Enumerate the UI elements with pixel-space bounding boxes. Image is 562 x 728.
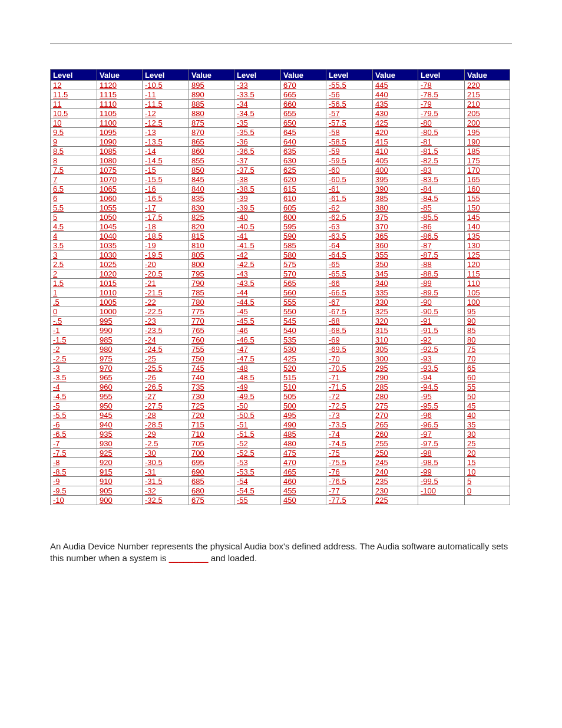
level-link[interactable]: -90 xyxy=(421,298,432,307)
value-link[interactable]: 540 xyxy=(283,326,296,335)
level-link[interactable]: 7 xyxy=(53,175,57,184)
level-link[interactable]: -32 xyxy=(145,486,156,495)
level-link[interactable]: -21.5 xyxy=(145,288,163,297)
level-link[interactable]: -34.5 xyxy=(237,109,254,118)
level-link[interactable]: -78.5 xyxy=(421,90,438,99)
level-link[interactable]: -70.5 xyxy=(329,364,346,373)
level-link[interactable]: -48 xyxy=(237,364,248,373)
level-link[interactable]: 9 xyxy=(53,137,57,146)
value-link[interactable]: 900 xyxy=(100,496,113,505)
level-link[interactable]: 4 xyxy=(53,232,57,241)
value-link[interactable]: 345 xyxy=(375,269,388,278)
level-link[interactable]: -67.5 xyxy=(329,307,346,316)
value-link[interactable]: 1065 xyxy=(100,185,117,193)
level-link[interactable]: -90.5 xyxy=(421,307,438,316)
level-link[interactable]: -13.5 xyxy=(145,137,163,146)
level-link[interactable]: -20 xyxy=(145,260,156,269)
level-link[interactable]: -75.5 xyxy=(329,458,346,467)
value-link[interactable]: 380 xyxy=(375,203,388,212)
level-link[interactable]: -16.5 xyxy=(145,194,163,203)
level-link[interactable]: -96.5 xyxy=(421,420,438,429)
value-link[interactable]: 155 xyxy=(467,194,480,203)
level-link[interactable]: -26 xyxy=(145,373,156,382)
value-link[interactable]: 220 xyxy=(467,81,480,90)
value-link[interactable]: 630 xyxy=(283,156,296,165)
level-link[interactable]: -36.5 xyxy=(237,147,254,156)
level-link[interactable]: -31 xyxy=(145,467,156,476)
value-link[interactable]: 960 xyxy=(100,383,113,391)
value-link[interactable]: 455 xyxy=(283,486,296,495)
value-link[interactable]: 975 xyxy=(100,354,113,363)
value-link[interactable]: 70 xyxy=(467,354,475,363)
value-link[interactable]: 595 xyxy=(283,222,296,231)
value-link[interactable]: 620 xyxy=(283,175,296,184)
level-link[interactable]: -98.5 xyxy=(421,458,438,467)
level-link[interactable]: -3.5 xyxy=(53,373,66,382)
level-link[interactable]: -91 xyxy=(421,317,432,325)
level-link[interactable]: -98 xyxy=(421,449,432,457)
level-link[interactable]: -78 xyxy=(421,81,432,90)
level-link[interactable]: -49.5 xyxy=(237,392,254,401)
level-link[interactable]: -40 xyxy=(237,213,248,222)
value-link[interactable]: 1075 xyxy=(100,166,117,174)
value-link[interactable]: 320 xyxy=(375,317,388,325)
level-link[interactable]: -91.5 xyxy=(421,326,438,335)
level-link[interactable]: 2.5 xyxy=(53,260,64,269)
level-link[interactable]: -87 xyxy=(421,241,432,250)
level-link[interactable]: -35 xyxy=(237,118,248,127)
level-link[interactable]: -10 xyxy=(53,496,64,505)
level-link[interactable]: -43.5 xyxy=(237,279,254,288)
level-link[interactable]: -75 xyxy=(329,449,340,457)
value-link[interactable]: 35 xyxy=(467,420,475,429)
level-link[interactable]: -6.5 xyxy=(53,430,66,439)
value-link[interactable]: 235 xyxy=(375,477,388,486)
value-link[interactable]: 110 xyxy=(467,279,480,288)
value-link[interactable]: 460 xyxy=(283,477,296,486)
level-link[interactable]: -6 xyxy=(53,420,60,429)
level-link[interactable]: -83 xyxy=(421,166,432,174)
value-link[interactable]: 1085 xyxy=(100,147,117,156)
value-link[interactable]: 80 xyxy=(467,335,475,344)
level-link[interactable]: -39 xyxy=(237,194,248,203)
level-link[interactable]: -53 xyxy=(237,458,248,467)
value-link[interactable]: 885 xyxy=(191,100,204,108)
level-link[interactable]: -81.5 xyxy=(421,147,438,156)
level-link[interactable]: -54.5 xyxy=(237,486,254,495)
value-link[interactable]: 365 xyxy=(375,232,388,241)
value-link[interactable]: 590 xyxy=(283,232,296,241)
level-link[interactable]: -96 xyxy=(421,411,432,420)
value-link[interactable]: 675 xyxy=(191,496,204,505)
level-link[interactable]: -15 xyxy=(145,166,156,174)
value-link[interactable]: 390 xyxy=(375,185,388,193)
value-link[interactable]: 680 xyxy=(191,486,204,495)
value-link[interactable]: 370 xyxy=(375,222,388,231)
value-link[interactable]: 1010 xyxy=(100,288,117,297)
level-link[interactable]: -15.5 xyxy=(145,175,163,184)
level-link[interactable]: -18 xyxy=(145,222,156,231)
level-link[interactable]: -1 xyxy=(53,326,60,335)
level-link[interactable]: -53.5 xyxy=(237,467,254,476)
level-link[interactable]: .5 xyxy=(53,298,59,307)
level-link[interactable]: -22.5 xyxy=(145,307,163,316)
value-link[interactable]: 305 xyxy=(375,345,388,354)
level-link[interactable]: -24.5 xyxy=(145,345,163,354)
level-link[interactable]: -40.5 xyxy=(237,222,254,231)
value-link[interactable]: 565 xyxy=(283,279,296,288)
level-link[interactable]: -46 xyxy=(237,326,248,335)
level-link[interactable]: -70 xyxy=(329,354,340,363)
value-link[interactable]: 335 xyxy=(375,288,388,297)
value-link[interactable]: 980 xyxy=(100,345,113,354)
value-link[interactable]: 360 xyxy=(375,241,388,250)
value-link[interactable]: 60 xyxy=(467,373,475,382)
level-link[interactable]: -56 xyxy=(329,90,340,99)
level-link[interactable]: -58 xyxy=(329,128,340,137)
value-link[interactable]: 845 xyxy=(191,175,204,184)
value-link[interactable]: 920 xyxy=(100,458,113,467)
level-link[interactable]: -13 xyxy=(145,128,156,137)
level-link[interactable]: -77.5 xyxy=(329,496,346,505)
value-link[interactable]: 470 xyxy=(283,458,296,467)
level-link[interactable]: -41 xyxy=(237,232,248,241)
value-link[interactable]: 1025 xyxy=(100,260,117,269)
value-link[interactable]: 935 xyxy=(100,430,113,439)
level-link[interactable]: -86 xyxy=(421,222,432,231)
